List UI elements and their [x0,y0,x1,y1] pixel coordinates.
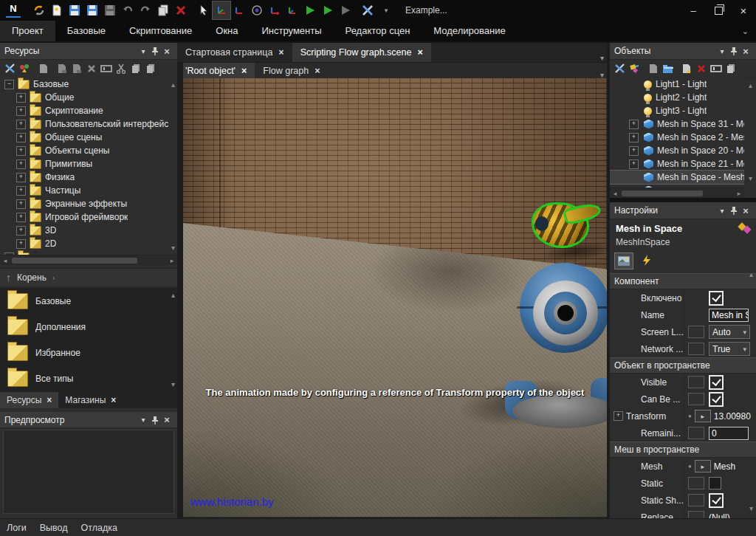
close-icon[interactable]: × [47,395,52,405]
panel-dropdown-icon[interactable]: ▾ [716,205,728,216]
checkbox-checked[interactable] [709,375,724,390]
tab-list-icon[interactable]: ▾ [600,54,604,62]
expand-icon[interactable]: + [16,226,26,236]
expand-icon[interactable]: + [16,239,26,249]
tab-root-object[interactable]: 'Root object'× [177,63,255,79]
scroll-down-icon[interactable]: ▾ [749,174,752,182]
reference-box[interactable] [688,494,704,506]
tab-flow-graph[interactable]: Flow graph× [255,63,328,79]
tree-item[interactable]: +2D [0,237,177,250]
pin-icon[interactable] [728,205,740,216]
transform-gizmo-icon[interactable] [284,1,301,19]
menu-scripting[interactable]: Скриптование [117,21,204,41]
tree-item[interactable]: +3D [0,224,177,237]
name-field[interactable]: Mesh in Space [709,309,749,322]
reference-box[interactable] [688,343,704,355]
close-icon[interactable]: × [241,66,247,76]
tab-properties[interactable] [614,252,633,269]
list-item[interactable]: Все типы [0,365,177,391]
rename-icon[interactable] [709,61,724,76]
rename-icon[interactable] [99,61,114,76]
expand-icon[interactable]: + [16,159,26,169]
app-logo-icon[interactable]: N [6,3,21,18]
tab-stores[interactable]: Магазины× [58,392,123,408]
move-gizmo-icon[interactable] [213,1,230,19]
close-panel-icon[interactable]: × [740,205,752,216]
scene-viewport[interactable]: The animation made by configuring a refe… [183,78,607,517]
tree-item[interactable]: Light2 - Light [610,91,744,104]
statusbar-output[interactable]: Вывод [33,523,75,533]
left-splitter[interactable] [177,62,183,518]
resources-hscrollbar[interactable]: ◂▸ [0,255,177,265]
pin-icon[interactable] [149,414,161,426]
save-icon[interactable] [66,1,83,19]
panel-dropdown-icon[interactable]: ▾ [137,45,149,57]
scroll-right-icon[interactable]: ▸ [734,190,744,197]
close-button[interactable]: × [731,0,756,21]
cut-icon[interactable] [114,61,128,76]
scroll-up-icon[interactable]: ▴ [749,81,752,89]
import-icon[interactable] [55,61,69,76]
close-panel-icon[interactable]: × [740,45,752,57]
tree-item[interactable]: +Пользовательский интерфейс [0,117,177,131]
expand-icon[interactable]: + [629,146,639,156]
checkbox-checked[interactable] [709,291,724,306]
scroll-right-icon[interactable]: ▸ [167,257,177,264]
expand-icon[interactable]: + [16,146,26,156]
reference-box[interactable] [688,427,704,439]
checkbox-checked[interactable] [709,392,724,407]
reference-box[interactable] [688,477,704,489]
list-item[interactable]: Дополнения [0,314,177,340]
tree-item[interactable]: +Экранные эффекты [0,197,177,210]
statusbar-logs[interactable]: Логи [0,523,33,533]
new-file-icon[interactable] [48,1,66,19]
scroll-up-icon[interactable]: ▴ [749,270,753,278]
scroll-left-icon[interactable]: ◂ [610,190,620,197]
scroll-down-icon[interactable]: ▾ [171,244,175,252]
expand-icon[interactable]: + [629,120,639,129]
orbit-icon[interactable] [248,1,266,19]
tools-icon[interactable] [360,1,377,19]
create-prefab-icon[interactable] [679,61,694,76]
menu-scene-editor[interactable]: Редактор сцен [334,21,422,41]
tab-resources[interactable]: Ресурсы× [0,392,58,408]
close-icon[interactable]: × [111,395,116,405]
close-icon[interactable]: × [417,47,422,58]
tree-item-selected[interactable]: Mesh in Space - MeshInS [610,171,744,184]
reference-button[interactable]: ▸ [695,410,711,422]
menu-project[interactable]: Проект [0,21,55,41]
play-secondary-icon[interactable] [319,1,337,19]
menu-windows[interactable]: Окна [204,21,250,41]
dropdown[interactable]: True▾ [709,342,750,356]
restore-button[interactable] [706,0,731,21]
paste-icon[interactable] [143,61,158,76]
expand-icon[interactable]: + [629,133,639,142]
delete-icon[interactable] [172,1,190,19]
menu-overflow-icon[interactable]: ⌄ [742,27,749,36]
checkbox-unchecked[interactable] [709,477,721,489]
scale-gizmo-icon[interactable] [266,1,284,19]
scroll-down-icon[interactable]: ▾ [749,504,753,512]
play-icon[interactable] [301,1,319,19]
close-panel-icon[interactable]: × [161,45,173,57]
tree-item[interactable]: +Mesh in Space 20 - Mesh [610,144,744,157]
breadcrumb-root[interactable]: Корень [17,272,47,283]
close-icon[interactable]: × [278,47,284,58]
components-icon[interactable] [628,61,642,76]
new-folder-icon[interactable] [661,61,676,76]
expand-icon[interactable]: + [16,93,26,103]
components-icon[interactable] [18,61,32,76]
menu-basic[interactable]: Базовые [55,21,117,41]
type-settings-icon[interactable] [739,224,750,233]
close-icon[interactable]: × [315,66,320,76]
select-icon[interactable] [195,1,213,19]
undo-icon[interactable] [119,1,137,19]
value-field[interactable]: 0 [709,427,749,440]
close-panel-icon[interactable]: × [161,414,173,426]
copy-icon[interactable] [128,61,143,76]
reference-box[interactable] [688,393,704,405]
tree-item[interactable]: +Скриптование [0,104,177,117]
expand-icon[interactable]: + [16,186,26,196]
tree-item[interactable]: +Примитивы [0,157,177,171]
tab-start-page[interactable]: Стартовая страница× [177,43,292,62]
